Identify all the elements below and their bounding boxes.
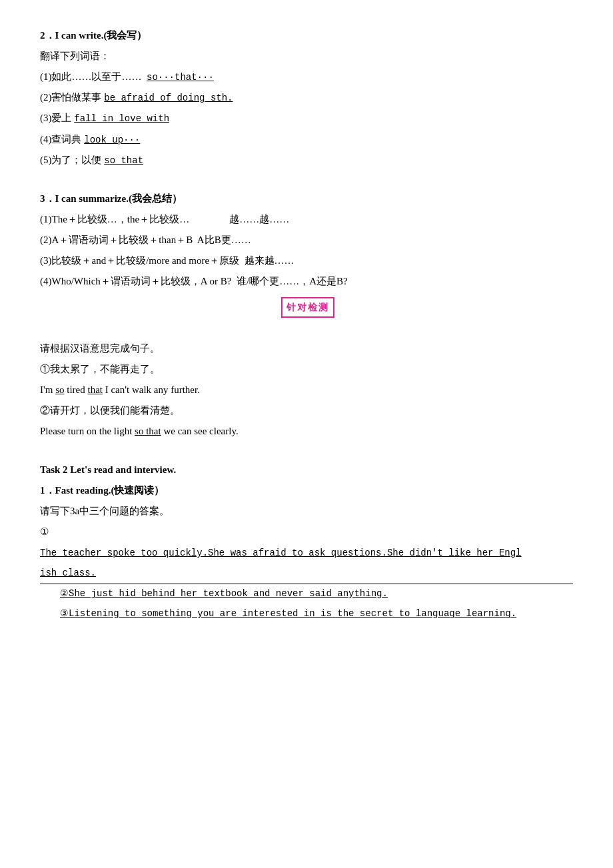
task2-desc: 请写下3a中三个问题的答案。: [40, 502, 573, 520]
translate-item-3: (3)爱上 fall in love with: [40, 109, 573, 127]
translate-intro: 翻译下列词语：: [40, 47, 573, 65]
practice-zh-1: ①我太累了，不能再走了。: [40, 360, 573, 378]
summary-1: (1)The＋比较级…，the＋比较级… 越……越……: [40, 211, 573, 228]
answer-3: ③Listening to something you are interest…: [60, 604, 573, 623]
main-content: 2．I can write.(我会写） 翻译下列词语： (1)如此……以至于………: [40, 27, 573, 623]
practice-en-1: I'm so tired that I can't walk any furth…: [40, 381, 573, 399]
translate-item-2: (2)害怕做某事 be afraid of doing sth.: [40, 89, 573, 107]
item2-title: 2．I can write.(我会写）: [40, 27, 573, 45]
answer-block-1: The teacher spoke too quickly.She was af…: [40, 544, 573, 584]
summary-2: (2)A＋谓语动词＋比较级＋than＋B A比B更……: [40, 231, 573, 249]
task2-item1: 1．Fast reading.(快速阅读）: [40, 482, 573, 500]
item3-title: 3．I can summarize.(我会总结）: [40, 190, 573, 208]
practice-en-2: Please turn on the light so that we can …: [40, 422, 573, 440]
translate-item-5: (5)为了；以便 so that: [40, 151, 573, 169]
zhenduijiance-line: 针对检测: [40, 297, 573, 318]
practice-intro: 请根据汉语意思完成句子。: [40, 340, 573, 358]
task2-title: Task 2 Let's read and interview.: [40, 461, 573, 479]
summary-4: (4)Who/Which＋谓语动词＋比较级，A or B? 谁/哪个更……，A还…: [40, 272, 573, 290]
summary-3: (3)比较级＋and＋比较级/more and more＋原级 越来越……: [40, 252, 573, 270]
answer-2: ②She just hid behind her textbook and ne…: [60, 584, 573, 603]
answer-num-1: ①: [40, 523, 573, 541]
translate-item-4: (4)查词典 look up···: [40, 131, 573, 149]
zhenduijiance-badge: 针对检测: [281, 297, 334, 318]
translate-item-1: (1)如此……以至于…… so···that···: [40, 68, 573, 86]
practice-zh-2: ②请开灯，以便我们能看清楚。: [40, 402, 573, 420]
